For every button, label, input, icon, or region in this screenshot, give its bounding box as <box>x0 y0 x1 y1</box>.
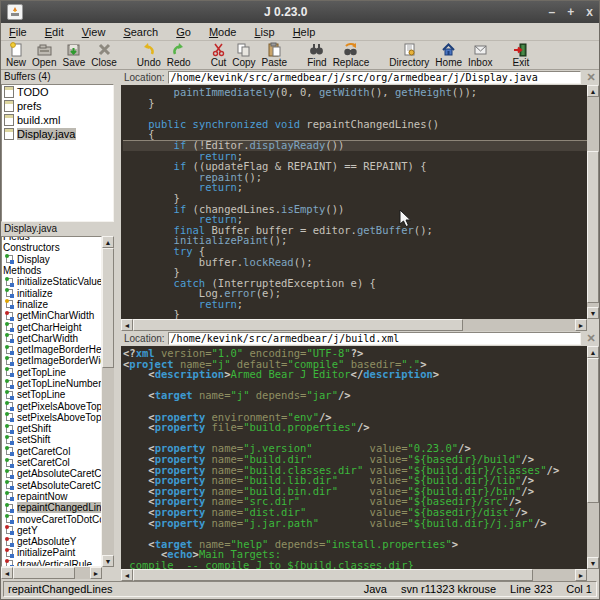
menu-file[interactable]: File <box>9 26 27 38</box>
tag-item-setShift[interactable]: setShift <box>2 434 101 445</box>
code-area[interactable]: paintImmediately(0, 0, getWidth(), getHe… <box>121 85 587 319</box>
menu-lisp[interactable]: Lisp <box>254 26 274 38</box>
code-line[interactable]: <description>Armed Bear J Editor</descri… <box>123 369 587 380</box>
tag-item-getAbsoluteCaretCol[interactable]: getAbsoluteCaretCol <box>2 468 101 479</box>
tag-category-constructors[interactable]: Constructors <box>2 242 101 253</box>
inbox-button[interactable]: Inbox <box>465 42 495 68</box>
tag-item-getY[interactable]: getY <box>2 525 101 536</box>
replace-button[interactable]: Replace <box>330 42 373 68</box>
tag-item-getCaretCol[interactable]: getCaretCol <box>2 446 101 457</box>
scrollbar-thumb[interactable] <box>133 319 463 331</box>
editor-vertical-scrollbar[interactable]: ▲ ▼ <box>587 346 599 569</box>
tag-item-repaintNow[interactable]: repaintNow <box>2 491 101 502</box>
tag-item-repaintChangedLines[interactable]: repaintChangedLines <box>2 502 101 513</box>
scrollbar-thumb[interactable] <box>587 358 599 503</box>
tag-item-getTopLineNumber[interactable]: getTopLineNumber <box>2 378 101 389</box>
minimize-button[interactable]: – <box>549 6 556 18</box>
buffer-item-todo[interactable]: TODO <box>2 85 113 99</box>
tag-item-initialize[interactable]: initialize <box>2 287 101 298</box>
scroll-down-button[interactable]: ▼ <box>102 555 114 567</box>
find-button[interactable]: Find <box>304 42 329 68</box>
close-button[interactable]: Close <box>88 42 120 68</box>
code-line[interactable]: return; <box>123 299 587 310</box>
location-input[interactable] <box>168 332 581 345</box>
editor-vertical-scrollbar[interactable]: ▲ ▼ <box>587 85 599 319</box>
editor-horizontal-scrollbar[interactable]: ◄ ► <box>121 569 587 581</box>
close-window-button[interactable]: x <box>586 6 593 18</box>
scroll-up-button[interactable]: ▲ <box>102 236 114 248</box>
code-line[interactable]: } <box>123 98 587 109</box>
code-line[interactable]: } <box>123 309 587 319</box>
buffer-item-prefs[interactable]: prefs <box>2 99 113 113</box>
cut-button[interactable]: Cut <box>208 42 230 68</box>
home-button[interactable]: Home <box>432 42 465 68</box>
scroll-left-button[interactable]: ◄ <box>1 567 13 579</box>
tag-item-getPixelsAboveTopLine[interactable]: getPixelsAboveTopLine <box>2 400 101 411</box>
tag-item-setTopLine[interactable]: setTopLine <box>2 389 101 400</box>
tag-item-setCaretCol[interactable]: setCaretCol <box>2 457 101 468</box>
new-button[interactable]: New <box>3 42 29 68</box>
buffer-item-build.xml[interactable]: build.xml <box>2 113 113 127</box>
code-line[interactable]: <property name="j.jar.path" value="${bui… <box>123 518 587 529</box>
undo-button[interactable]: Undo <box>134 42 164 68</box>
tag-item-initializeStaticValues[interactable]: initializeStaticValues <box>2 276 101 287</box>
tag-item-setAbsoluteCaretCol[interactable]: setAbsoluteCaretCol <box>2 480 101 491</box>
tags-vertical-scrollbar[interactable]: ▲ ▼ <box>102 236 114 567</box>
scroll-down-button[interactable]: ▼ <box>587 307 599 319</box>
editor-horizontal-scrollbar[interactable]: ◄ ► <box>121 319 587 331</box>
buffer-item-display.java[interactable]: Display.java <box>2 127 113 141</box>
menu-help[interactable]: Help <box>293 26 316 38</box>
tags-horizontal-scrollbar[interactable]: ◄ ► <box>1 567 102 579</box>
directory-button[interactable]: Directory <box>386 42 432 68</box>
code-area[interactable]: <?xml version="1.0" encoding="UTF-8"?><p… <box>121 346 587 569</box>
menu-search[interactable]: Search <box>123 26 158 38</box>
close-pane-icon[interactable]: ✕ <box>584 71 598 84</box>
copy-button[interactable]: Copy <box>229 42 258 68</box>
scroll-up-button[interactable]: ▲ <box>587 346 599 358</box>
tag-item-getImageBorderWidth[interactable]: getImageBorderWidth <box>2 355 101 366</box>
tag-item-getImageBorderHeight[interactable]: getImageBorderHeight <box>2 344 101 355</box>
scrollbar-thumb[interactable] <box>102 248 114 368</box>
scrollbar-thumb[interactable] <box>133 569 533 581</box>
code-line[interactable]: <property file="build.properties"/> <box>123 422 587 433</box>
scrollbar-thumb[interactable] <box>13 567 75 579</box>
close-pane-icon[interactable]: ✕ <box>584 332 598 345</box>
tag-item-moveCaretToDotCol[interactable]: moveCaretToDotCol <box>2 513 101 524</box>
scroll-right-button[interactable]: ► <box>575 319 587 331</box>
sidebar-splitter[interactable] <box>114 70 121 579</box>
scroll-up-button[interactable]: ▲ <box>587 85 599 97</box>
tag-category-methods[interactable]: Methods <box>2 265 101 276</box>
open-button[interactable]: Open <box>29 42 59 68</box>
code-line[interactable]: buffer.lockRead(); <box>123 257 587 268</box>
menu-view[interactable]: View <box>82 26 106 38</box>
scrollbar-thumb[interactable] <box>587 151 599 303</box>
menu-mode[interactable]: Mode <box>209 26 237 38</box>
scroll-left-button[interactable]: ◄ <box>121 319 133 331</box>
code-line[interactable]: compile -- compile J to ${build.classes.… <box>123 560 587 569</box>
tag-item-getAbsoluteY[interactable]: getAbsoluteY <box>2 536 101 547</box>
code-line[interactable]: <target name="j" depends="jar"/> <box>123 390 587 401</box>
maximize-button[interactable]: + <box>567 6 574 18</box>
tag-item-drawVerticalRule[interactable]: drawVerticalRule <box>2 559 101 567</box>
scroll-down-button[interactable]: ▼ <box>587 557 599 569</box>
tag-item-getTopLine[interactable]: getTopLine <box>2 367 101 378</box>
tag-item-initializePaint[interactable]: initializePaint <box>2 547 101 558</box>
save-button[interactable]: Save <box>59 42 88 68</box>
tag-item-finalize[interactable]: finalize <box>2 299 101 310</box>
exit-button[interactable]: Exit <box>510 42 533 68</box>
tag-item-Display[interactable]: Display <box>2 254 101 265</box>
location-input[interactable] <box>168 71 581 84</box>
paste-button[interactable]: Paste <box>259 42 291 68</box>
tag-item-getMinCharWidth[interactable]: getMinCharWidth <box>2 310 101 321</box>
tag-item-getShift[interactable]: getShift <box>2 423 101 434</box>
code-line[interactable]: public synchronized void repaintChangedL… <box>123 119 587 130</box>
redo-button[interactable]: Redo <box>164 42 194 68</box>
tag-item-setPixelsAboveTopLine[interactable]: setPixelsAboveTopLine <box>2 412 101 423</box>
scroll-right-button[interactable]: ► <box>90 567 102 579</box>
tag-item-getCharWidth[interactable]: getCharWidth <box>2 333 101 344</box>
menu-edit[interactable]: Edit <box>45 26 64 38</box>
tag-item-getCharHeight[interactable]: getCharHeight <box>2 321 101 332</box>
menu-go[interactable]: Go <box>176 26 191 38</box>
code-line[interactable]: return; <box>123 182 587 193</box>
code-line[interactable]: paintImmediately(0, 0, getWidth(), getHe… <box>123 87 587 98</box>
